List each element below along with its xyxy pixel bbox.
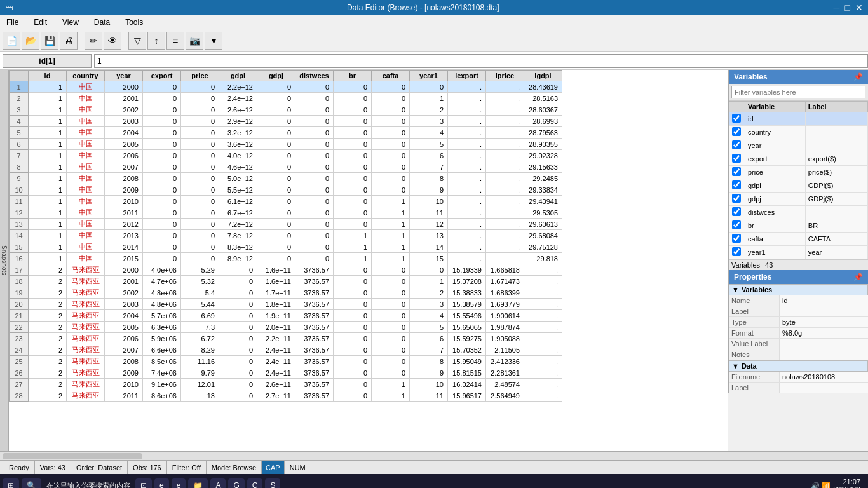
cell[interactable]: 14: [410, 241, 448, 253]
cell[interactable]: 6: [410, 150, 448, 161]
cell[interactable]: 中国: [67, 184, 105, 196]
var-checkbox[interactable]: [732, 167, 741, 176]
cell[interactable]: 1.7e+11: [257, 287, 295, 299]
cell[interactable]: 1: [372, 219, 410, 230]
cell[interactable]: 1: [410, 93, 448, 104]
cell[interactable]: 8.3e+12: [219, 241, 257, 253]
cell[interactable]: 3.6e+12: [219, 139, 257, 150]
cell[interactable]: 1.900614: [486, 310, 524, 322]
col-header-distwces[interactable]: distwces: [295, 71, 334, 81]
cell[interactable]: .: [448, 93, 486, 104]
table-row[interactable]: 61中国2005003.6e+1200005..28.90355: [10, 139, 562, 150]
toolbar-new[interactable]: 📄: [3, 32, 20, 50]
cell[interactable]: 5: [410, 139, 448, 150]
cell[interactable]: .: [448, 173, 486, 184]
app4-button[interactable]: S: [265, 478, 280, 488]
cell[interactable]: 马来西亚: [67, 356, 105, 367]
cell[interactable]: 29.33834: [524, 184, 562, 196]
cell[interactable]: 2006: [105, 150, 143, 161]
cell[interactable]: 0: [219, 344, 257, 356]
cell[interactable]: 4: [410, 127, 448, 139]
table-row[interactable]: 71中国2006004.0e+1200006..29.02328: [10, 150, 562, 161]
cell[interactable]: 2: [410, 104, 448, 116]
cell[interactable]: 0: [143, 93, 181, 104]
cell[interactable]: 0: [334, 264, 372, 276]
cell[interactable]: 0: [334, 390, 372, 402]
var-row[interactable]: distwces: [729, 206, 868, 219]
cell[interactable]: 6.69: [181, 310, 219, 322]
cell[interactable]: 0: [295, 150, 334, 161]
cell[interactable]: 29.02328: [524, 150, 562, 161]
cell[interactable]: 马来西亚: [67, 344, 105, 356]
cell[interactable]: 2.281361: [486, 367, 524, 379]
cell[interactable]: 3736.57: [295, 322, 334, 333]
table-row[interactable]: 111中国2010006.1e+12000110..29.43941: [10, 196, 562, 207]
cell[interactable]: 0: [219, 390, 257, 402]
cell[interactable]: 2: [29, 287, 67, 299]
cell[interactable]: 0: [334, 344, 372, 356]
cell[interactable]: 11.16: [181, 356, 219, 367]
cell[interactable]: 中国: [67, 81, 105, 93]
cell[interactable]: 4: [410, 310, 448, 322]
cell[interactable]: .: [486, 161, 524, 173]
cell[interactable]: 8.5e+06: [143, 356, 181, 367]
table-row[interactable]: 252马来西亚20088.5e+0611.1602.4e+113736.5700…: [10, 356, 562, 367]
table-row[interactable]: 141中国2013007.8e+12001113..29.68084: [10, 230, 562, 241]
cell[interactable]: 29.5305: [524, 207, 562, 219]
hscroll[interactable]: [0, 451, 868, 460]
cell[interactable]: .: [486, 230, 524, 241]
cell[interactable]: 1.905088: [486, 333, 524, 344]
cell[interactable]: 0: [295, 81, 334, 93]
cell[interactable]: .: [486, 116, 524, 127]
cell[interactable]: 0: [372, 264, 410, 276]
table-row[interactable]: 31中国2002002.6e+1200002..28.60367: [10, 104, 562, 116]
prop-notes-value[interactable]: [780, 349, 868, 360]
col-header-br[interactable]: br: [334, 71, 372, 81]
toolbar-format[interactable]: ≡: [166, 32, 184, 50]
cell[interactable]: 中国: [67, 253, 105, 264]
cell[interactable]: 0: [334, 310, 372, 322]
cell[interactable]: 6.7e+12: [219, 207, 257, 219]
cell[interactable]: 3736.57: [295, 344, 334, 356]
cell[interactable]: 0: [219, 333, 257, 344]
table-row[interactable]: 272马来西亚20109.1e+0612.0102.6e+113736.5701…: [10, 379, 562, 390]
cell[interactable]: 4.6e+12: [219, 161, 257, 173]
cell[interactable]: 1: [372, 230, 410, 241]
cell[interactable]: 3736.57: [295, 390, 334, 402]
cell[interactable]: 2004: [105, 310, 143, 322]
cell[interactable]: .: [448, 184, 486, 196]
cell[interactable]: 2: [29, 310, 67, 322]
var-checkbox[interactable]: [732, 180, 741, 189]
cell[interactable]: 0: [257, 93, 295, 104]
col-header-country[interactable]: country: [67, 71, 105, 81]
cell[interactable]: 7.8e+12: [219, 230, 257, 241]
cell[interactable]: 马来西亚: [67, 379, 105, 390]
cell-value[interactable]: [94, 54, 868, 68]
cell[interactable]: 1.9e+11: [257, 310, 295, 322]
cell[interactable]: 2.2e+11: [257, 333, 295, 344]
cell[interactable]: 0: [372, 322, 410, 333]
cell[interactable]: 0: [181, 139, 219, 150]
cell[interactable]: 0: [257, 116, 295, 127]
col-header-price[interactable]: price: [181, 71, 219, 81]
var-checkbox[interactable]: [732, 194, 741, 203]
minimize-button[interactable]: ─: [834, 3, 840, 13]
cell[interactable]: 中国: [67, 207, 105, 219]
cell[interactable]: .: [486, 81, 524, 93]
cell[interactable]: 马来西亚: [67, 367, 105, 379]
cell[interactable]: 0: [257, 184, 295, 196]
cell[interactable]: 1: [29, 219, 67, 230]
cell[interactable]: .: [448, 116, 486, 127]
cell[interactable]: 15.37208: [448, 276, 486, 287]
cell[interactable]: 13: [410, 230, 448, 241]
cell[interactable]: .: [524, 344, 562, 356]
toolbar-sort[interactable]: ↕: [147, 32, 165, 50]
table-row[interactable]: 41中国2003002.9e+1200003..28.6993: [10, 116, 562, 127]
cell[interactable]: 4.7e+06: [143, 276, 181, 287]
cell[interactable]: 中国: [67, 116, 105, 127]
prop-datalabel-value[interactable]: [780, 383, 868, 393]
cell[interactable]: 2: [29, 333, 67, 344]
cell[interactable]: .: [524, 333, 562, 344]
cell[interactable]: 1.8e+11: [257, 299, 295, 310]
var-checkbox[interactable]: [732, 127, 741, 136]
